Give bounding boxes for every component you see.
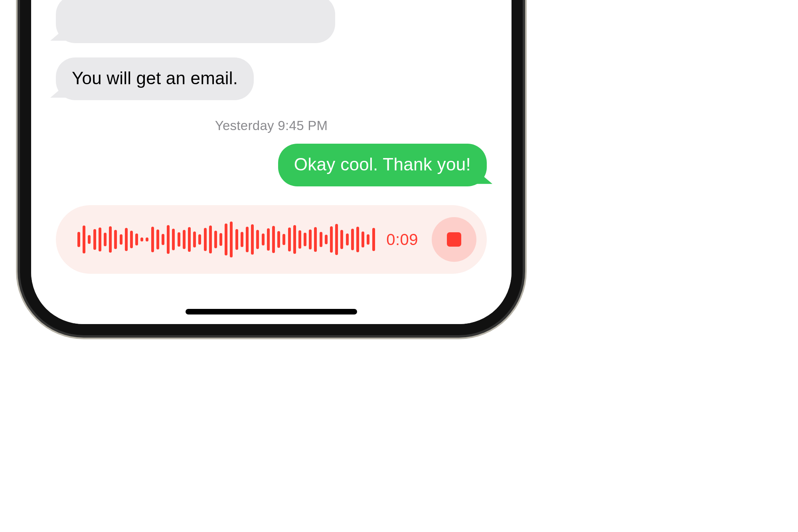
waveform-bar <box>325 235 328 244</box>
waveform-bar <box>330 226 333 253</box>
waveform-bar <box>99 227 101 251</box>
waveform-bar <box>93 229 96 250</box>
waveform-bar <box>167 225 170 254</box>
waveform-bar <box>298 230 301 249</box>
waveform-bar <box>83 225 85 253</box>
waveform-bar <box>172 229 175 250</box>
waveform-bar <box>309 229 312 249</box>
waveform-bar <box>314 227 317 252</box>
waveform-bar <box>214 231 217 248</box>
phone-frame: You will get an email. Yesterday 9:45 PM… <box>20 0 523 335</box>
home-indicator[interactable] <box>186 309 357 314</box>
waveform-bar <box>114 230 117 249</box>
phone-screen: You will get an email. Yesterday 9:45 PM… <box>31 0 512 324</box>
waveform-bar <box>88 235 91 244</box>
waveform-bar <box>367 234 369 245</box>
waveform-bar <box>267 228 270 251</box>
waveform-bar <box>219 233 222 246</box>
waveform-bar <box>335 224 338 255</box>
waveform-bar <box>282 234 285 245</box>
waveform-bar <box>293 225 296 254</box>
stop-icon <box>447 232 461 247</box>
waveform-bar <box>230 222 233 257</box>
waveform-bar <box>262 233 265 245</box>
audio-recording-timer: 0:09 <box>386 231 418 249</box>
message-text-incoming: You will get an email. <box>72 68 238 88</box>
waveform-bar <box>246 227 249 252</box>
timestamp-divider: Yesterday 9:45 PM <box>31 118 512 133</box>
waveform-bar <box>277 231 280 248</box>
waveform-bar <box>104 233 107 246</box>
timestamp-day: Yesterday <box>215 118 274 133</box>
waveform-bar <box>340 230 343 249</box>
audio-waveform[interactable] <box>77 220 375 259</box>
waveform-bar <box>272 226 275 253</box>
waveform-bar <box>130 231 133 248</box>
waveform-bar <box>320 232 322 247</box>
waveform-bar <box>146 237 148 241</box>
waveform-bar <box>162 234 164 245</box>
waveform-bar <box>125 228 128 251</box>
waveform-bar <box>183 230 186 249</box>
waveform-bar <box>135 233 138 245</box>
waveform-bar <box>288 227 291 251</box>
waveform-bar <box>188 227 191 252</box>
waveform-bar <box>225 223 227 255</box>
waveform-bar <box>346 233 349 245</box>
stop-recording-button[interactable] <box>432 217 476 262</box>
waveform-bar <box>198 234 201 245</box>
waveform-bar <box>251 224 254 255</box>
waveform-bar <box>77 232 80 247</box>
waveform-bar <box>193 231 196 247</box>
audio-recording-pill: 0:09 <box>56 205 487 274</box>
messages-conversation[interactable]: You will get an email. Yesterday 9:45 PM… <box>31 0 512 324</box>
waveform-bar <box>120 234 122 245</box>
waveform-bar <box>109 226 112 253</box>
waveform-bar <box>241 232 243 247</box>
message-bubble-outgoing[interactable]: Okay cool. Thank you! <box>278 144 487 186</box>
waveform-bar <box>351 229 354 250</box>
waveform-bar <box>204 228 207 251</box>
waveform-bar <box>372 228 375 251</box>
message-text-outgoing: Okay cool. Thank you! <box>294 154 471 174</box>
message-bubble-incoming-partial[interactable] <box>56 0 335 43</box>
waveform-bar <box>151 227 154 252</box>
waveform-bar <box>361 231 364 247</box>
waveform-bar <box>304 233 306 246</box>
waveform-bar <box>256 230 259 249</box>
waveform-bar <box>356 227 359 252</box>
waveform-bar <box>156 229 159 249</box>
waveform-bar <box>140 237 143 241</box>
timestamp-time: 9:45 PM <box>278 118 328 133</box>
waveform-bar <box>178 232 180 247</box>
message-bubble-incoming[interactable]: You will get an email. <box>56 57 254 100</box>
waveform-bar <box>235 229 238 250</box>
waveform-bar <box>209 225 212 253</box>
